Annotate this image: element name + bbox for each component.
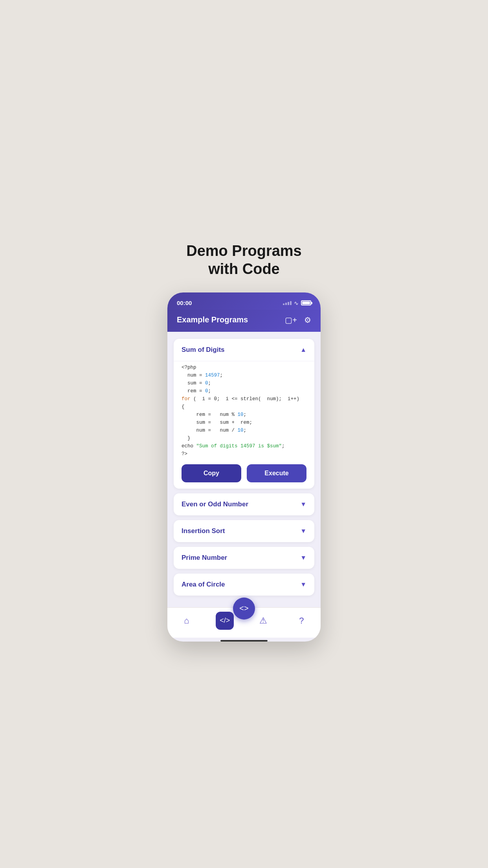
accordion-sum-of-digits: Sum of Digits ▲ <?php num = 14597; sum =… — [174, 339, 314, 489]
settings-icon[interactable]: ⚙ — [304, 315, 311, 325]
bottom-nav: ⌂ </> <> ⚠ ? — [167, 607, 321, 638]
status-icons: ∿ — [283, 300, 311, 306]
app-header-title: Example Programs — [177, 315, 248, 324]
alert-icon: ⚠ — [259, 616, 267, 626]
app-header: Example Programs ▢+ ⚙ — [167, 310, 321, 332]
execute-button[interactable]: Execute — [247, 464, 306, 482]
accordion-header-area-of-circle[interactable]: Area of Circle ▼ — [174, 574, 314, 596]
accordion-area-of-circle: Area of Circle ▼ — [174, 574, 314, 596]
outer-wrapper: Demo Programs with Code 00:00 ∿ Example … — [163, 226, 325, 641]
nav-item-code-file[interactable]: </> — [213, 612, 237, 630]
accordion-prime-number: Prime Number ▼ — [174, 547, 314, 569]
accordion-header-sum-of-digits[interactable]: Sum of Digits ▲ — [174, 339, 314, 361]
accordion-title-prime-number: Prime Number — [182, 554, 227, 562]
accordion-header-insertion-sort[interactable]: Insertion Sort ▼ — [174, 520, 314, 542]
help-icon: ? — [299, 616, 304, 626]
wifi-icon: ∿ — [294, 300, 299, 306]
signal-icon — [283, 301, 292, 305]
page-title: Demo Programs with Code — [178, 242, 310, 278]
nav-item-alert[interactable]: ⚠ — [251, 616, 275, 626]
copy-button[interactable]: Copy — [182, 464, 241, 482]
grid-icon[interactable]: ▢+ — [285, 315, 297, 325]
code-file-icon: </> — [216, 612, 234, 630]
nav-item-home[interactable]: ⌂ — [175, 616, 198, 626]
chevron-down-icon-1: ▼ — [300, 501, 306, 508]
nav-item-help[interactable]: ? — [290, 616, 313, 626]
accordion-insertion-sort: Insertion Sort ▼ — [174, 520, 314, 542]
home-icon: ⌂ — [184, 616, 189, 626]
code-block: <?php num = 14597; sum = 0; rem = 0; for… — [182, 364, 306, 458]
phone-frame: 00:00 ∿ Example Programs ▢+ ⚙ — [167, 292, 321, 642]
header-icons: ▢+ ⚙ — [285, 315, 311, 325]
accordion-even-or-odd: Even or Odd Number ▼ — [174, 493, 314, 515]
battery-icon — [301, 300, 311, 305]
accordion-header-prime-number[interactable]: Prime Number ▼ — [174, 547, 314, 569]
chevron-down-icon-4: ▼ — [300, 581, 306, 588]
status-time: 00:00 — [177, 300, 192, 306]
accordion-title-even-or-odd: Even or Odd Number — [182, 500, 248, 508]
main-content: Sum of Digits ▲ <?php num = 14597; sum =… — [167, 332, 321, 607]
accordion-title-sum-of-digits: Sum of Digits — [182, 346, 225, 354]
button-row: Copy Execute — [182, 464, 306, 482]
home-indicator — [220, 640, 268, 642]
accordion-header-even-or-odd[interactable]: Even or Odd Number ▼ — [174, 493, 314, 515]
chevron-up-icon: ▲ — [300, 346, 306, 353]
accordion-title-insertion-sort: Insertion Sort — [182, 527, 225, 535]
fab-icon: <> — [239, 604, 248, 613]
code-section-sum-of-digits: <?php num = 14597; sum = 0; rem = 0; for… — [174, 361, 314, 489]
chevron-down-icon-3: ▼ — [300, 554, 306, 561]
accordion-title-area-of-circle: Area of Circle — [182, 581, 225, 588]
status-bar: 00:00 ∿ — [167, 292, 321, 310]
nav-fab-button[interactable]: <> — [233, 598, 255, 620]
chevron-down-icon-2: ▼ — [300, 528, 306, 535]
